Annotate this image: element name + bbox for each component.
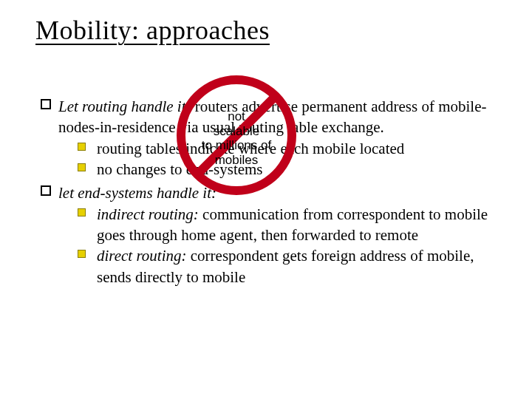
subbullet-marker-icon xyxy=(78,250,86,258)
bullet-routing: Let routing handle it: routers advertise… xyxy=(41,96,502,180)
bullet-end-systems-subs: indirect routing: communication from cor… xyxy=(76,204,502,287)
bullet-end-systems: let end-systems handle it: indirect rout… xyxy=(41,183,502,287)
sub-no-changes-text: no changes to end-systems xyxy=(97,160,263,178)
subbullet-marker-icon xyxy=(78,208,86,216)
bullet-routing-subs: routing tables indicate where each mobil… xyxy=(76,138,502,180)
sub-routing-tables: routing tables indicate where each mobil… xyxy=(76,138,502,159)
sub-indirect-head: indirect routing: xyxy=(97,205,199,223)
bullet-marker-icon xyxy=(41,99,51,109)
sub-no-changes: no changes to end-systems xyxy=(76,159,502,180)
bullet-routing-head: Let routing handle it: xyxy=(58,98,191,115)
subbullet-marker-icon xyxy=(78,163,86,171)
page-title: Mobility: approaches xyxy=(35,15,270,46)
slide: Mobility: approaches Let routing handle … xyxy=(0,0,532,399)
content-block: Let routing handle it: routers advertise… xyxy=(41,96,502,290)
sub-direct-routing: direct routing: correspondent gets forei… xyxy=(76,245,502,287)
sub-indirect-routing: indirect routing: communication from cor… xyxy=(76,204,502,246)
sub-direct-head: direct routing: xyxy=(97,247,187,265)
bullet-marker-icon xyxy=(41,185,51,196)
sub-routing-tables-text: routing tables indicate where each mobil… xyxy=(97,140,404,157)
subbullet-marker-icon xyxy=(78,143,86,151)
bullet-end-systems-head: let end-systems handle it: xyxy=(58,184,216,202)
